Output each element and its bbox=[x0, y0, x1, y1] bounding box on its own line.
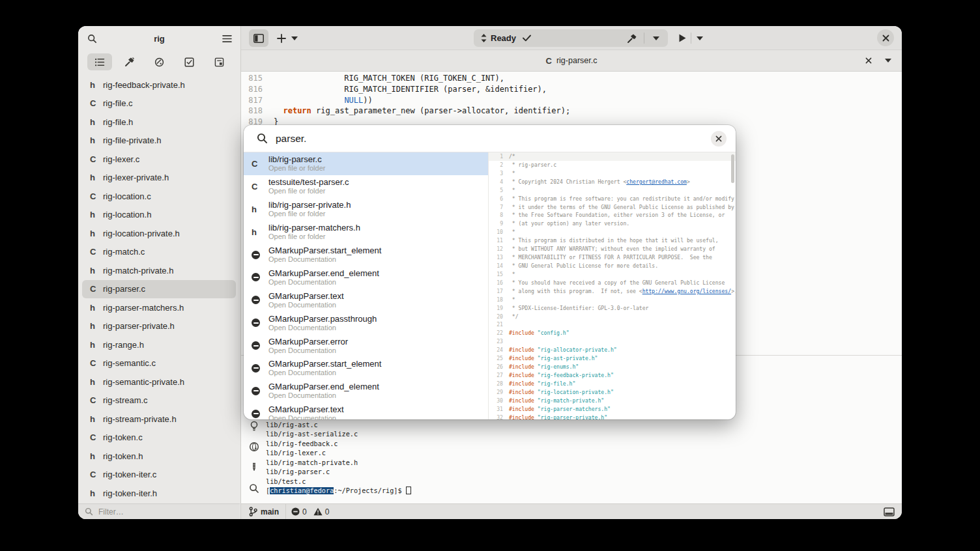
toggle-bottom-panel-icon[interactable] bbox=[880, 505, 898, 518]
file-name: rig-stream-private.h bbox=[103, 414, 177, 424]
error-counter[interactable]: 0 bbox=[291, 507, 307, 516]
file-list-item[interactable]: Crig-semantic.c bbox=[82, 354, 236, 373]
file-list-item[interactable]: Crig-file.c bbox=[82, 94, 236, 113]
file-list-item[interactable]: Crig-location.c bbox=[82, 187, 236, 206]
file-name: rig-token-iter.h bbox=[103, 488, 157, 498]
tab-list-chevron-down-icon[interactable] bbox=[881, 53, 895, 68]
tab-build-hammer-icon[interactable] bbox=[117, 53, 142, 70]
preview-line: 20 */ bbox=[489, 313, 736, 321]
line-content: RIG_MATCH_TOKEN (RIG_TOKEN_C_INT), bbox=[263, 73, 504, 84]
line-number: 11 bbox=[489, 236, 503, 245]
line-number: 12 bbox=[489, 245, 503, 253]
file-list-item[interactable]: hrig-location-private.h bbox=[82, 224, 236, 243]
tab-todo-checkbox-icon[interactable] bbox=[177, 53, 201, 70]
preview-line: 11 * This program is distributed in the … bbox=[489, 236, 736, 245]
tab-notes-journal-icon[interactable] bbox=[207, 53, 231, 70]
file-list-item[interactable]: hrig-parser-private.h bbox=[82, 317, 236, 336]
search-result-item[interactable]: Clib/rig-parser.cOpen file or folder bbox=[244, 152, 488, 175]
search-icon[interactable] bbox=[249, 483, 259, 494]
globe-icon[interactable] bbox=[249, 442, 259, 452]
new-tab-chevron-down-icon[interactable] bbox=[289, 29, 300, 47]
file-list-item[interactable]: hrig-token-iter.h bbox=[82, 484, 236, 503]
line-content: return rig_ast_parameter_new (parser->al… bbox=[263, 106, 570, 117]
file-list-item[interactable]: Crig-stream.c bbox=[82, 391, 236, 410]
file-list-item[interactable]: hrig-file-private.h bbox=[82, 132, 236, 150]
search-result-item[interactable]: GMarkupParser.end_elementOpen Documentat… bbox=[244, 380, 488, 403]
file-name: rig-file.h bbox=[103, 117, 133, 127]
line-content: NULL)) bbox=[263, 95, 373, 106]
file-list-item[interactable]: Crig-parser.c bbox=[82, 280, 236, 299]
preview-line: 2 * rig-parser.c bbox=[489, 161, 736, 169]
preview-line: 31#include "rig-parser-matchers.h" bbox=[489, 405, 736, 414]
preview-line: 27#include "rig-feedback-private.h" bbox=[489, 371, 736, 380]
file-list-item[interactable]: hrig-parser-matchers.h bbox=[82, 298, 236, 317]
omnibar[interactable]: Ready bbox=[474, 29, 668, 47]
result-title: GMarkupParser.error bbox=[268, 337, 348, 346]
toggle-sidebar-icon[interactable] bbox=[249, 29, 268, 47]
flask-icon[interactable] bbox=[249, 462, 259, 473]
warning-count: 0 bbox=[325, 507, 330, 516]
lightbulb-icon[interactable] bbox=[249, 421, 259, 431]
preview-line: 18 * bbox=[489, 296, 736, 304]
search-query-input[interactable]: parser. bbox=[276, 133, 306, 145]
search-result-item[interactable]: GMarkupParser.start_elementOpen Document… bbox=[244, 244, 488, 266]
file-list-item[interactable]: Crig-lexer.c bbox=[82, 150, 236, 169]
file-list-item[interactable]: Crig-token-iter.c bbox=[82, 466, 236, 485]
file-list-item[interactable]: hrig-stream-private.h bbox=[82, 410, 236, 429]
file-list-item[interactable]: hrig-lexer-private.h bbox=[82, 169, 236, 188]
clear-search-icon[interactable] bbox=[711, 131, 727, 147]
project-file-list: hrig-feedback-private.hCrig-file.chrig-f… bbox=[78, 73, 240, 503]
branch-button[interactable]: main bbox=[249, 507, 279, 516]
file-list-item[interactable]: Crig-token.c bbox=[82, 429, 236, 447]
tab-project-tree[interactable] bbox=[87, 53, 112, 70]
file-name: rig-semantic.c bbox=[103, 358, 156, 368]
file-name: rig-parser-private.h bbox=[103, 321, 175, 331]
terminal-output[interactable]: lib/rig-ast.clib/rig-ast-serialize.clib/… bbox=[266, 421, 902, 496]
h-file-icon: h bbox=[252, 227, 263, 237]
file-list-item[interactable]: hrig-match-private.h bbox=[82, 261, 236, 280]
search-result-item[interactable]: hlib/rig-parser-private.hOpen file or fo… bbox=[244, 198, 488, 221]
run-play-icon[interactable] bbox=[674, 29, 690, 47]
search-result-item[interactable]: GMarkupParser.passthroughOpen Documentat… bbox=[244, 311, 488, 334]
tab-rig-parser[interactable]: C rig-parser.c bbox=[546, 56, 598, 66]
file-name: rig-token-iter.c bbox=[103, 470, 156, 479]
preview-line: 13 * MERCHANTABILITY or FITNESS FOR A PA… bbox=[489, 253, 736, 262]
file-list-item[interactable]: hrig-semantic-private.h bbox=[82, 373, 236, 391]
search-result-item[interactable]: GMarkupParser.start_elementOpen Document… bbox=[244, 357, 488, 380]
h-file-icon: h bbox=[90, 321, 103, 331]
new-tab-plus-icon[interactable] bbox=[274, 29, 289, 47]
file-list-item[interactable]: hrig-token.h bbox=[82, 447, 236, 466]
editor-line: 815 RIG_MATCH_TOKEN (RIG_TOKEN_C_INT), bbox=[241, 73, 902, 84]
tab-close-icon[interactable] bbox=[861, 53, 876, 68]
file-list-item[interactable]: hrig-range.h bbox=[82, 335, 236, 354]
result-subtitle: Open Documentation bbox=[268, 369, 381, 377]
preview-line: 15 * bbox=[489, 270, 736, 279]
file-name: rig-semantic-private.h bbox=[103, 377, 184, 387]
run-options-chevron-down-icon[interactable] bbox=[693, 29, 706, 47]
search-result-item[interactable]: GMarkupParser.end_elementOpen Documentat… bbox=[244, 266, 488, 289]
tab-label: rig-parser.c bbox=[556, 56, 598, 65]
file-list-item[interactable]: hrig-file.h bbox=[82, 113, 236, 132]
build-hammer-icon[interactable] bbox=[627, 33, 637, 44]
warning-counter[interactable]: 0 bbox=[313, 507, 330, 516]
result-title: lib/rig-parser-private.h bbox=[268, 200, 351, 210]
line-number: 22 bbox=[489, 329, 503, 337]
search-result-item[interactable]: GMarkupParser.textOpen Documentation bbox=[244, 289, 488, 311]
h-file-icon: h bbox=[90, 210, 103, 219]
search-result-item[interactable]: hlib/rig-parser-matchers.hOpen file or f… bbox=[244, 221, 488, 244]
file-list-item[interactable]: hrig-feedback-private.h bbox=[82, 76, 236, 94]
file-list-item[interactable]: hrig-location.h bbox=[82, 206, 236, 225]
search-result-item[interactable]: Ctestsuite/test-parser.cOpen file or fol… bbox=[244, 175, 488, 198]
build-options-chevron-down-icon[interactable] bbox=[653, 36, 659, 40]
file-list-item[interactable]: Crig-match.c bbox=[82, 243, 236, 262]
source-editor[interactable]: 815 RIG_MATCH_TOKEN (RIG_TOKEN_C_INT),81… bbox=[241, 73, 902, 128]
line-number: 9 bbox=[489, 219, 503, 228]
window-close-icon[interactable] bbox=[877, 29, 894, 46]
preview-line: 17 * along with this program. If not, se… bbox=[489, 287, 736, 296]
filter-input[interactable]: Filter… bbox=[78, 503, 240, 519]
tab-circle-slash-icon[interactable] bbox=[147, 53, 171, 70]
menu-icon[interactable] bbox=[218, 30, 235, 47]
search-result-item[interactable]: GMarkupParser.errorOpen Documentation bbox=[244, 334, 488, 357]
search-result-item[interactable]: GMarkupParser.textOpen Documentation bbox=[244, 403, 488, 419]
scrollbar-thumb[interactable] bbox=[731, 154, 734, 183]
